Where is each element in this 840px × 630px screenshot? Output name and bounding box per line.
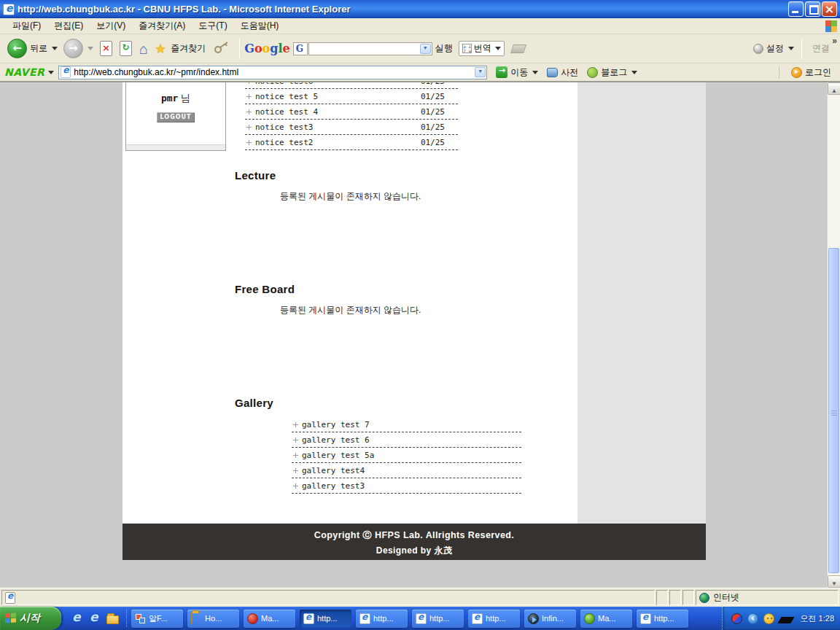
quick-launch-ie-icon[interactable] — [71, 612, 84, 625]
close-button[interactable] — [822, 1, 837, 17]
notice-title[interactable]: notice test2 — [255, 138, 421, 147]
translate-button[interactable]: 번역 — [459, 41, 505, 56]
notice-title[interactable]: notice test6 — [255, 82, 421, 86]
menu-tools[interactable]: 도구(T) — [192, 18, 233, 34]
menu-favorites[interactable]: 즐겨찾기(A) — [132, 18, 192, 34]
member-name: pmr 님 — [126, 92, 225, 105]
back-dropdown-icon[interactable] — [52, 47, 58, 50]
page-footer: Copyright ⓒ HFPS Lab. Allrights Reserved… — [122, 524, 706, 560]
gallery-row[interactable]: gallery test 5a — [292, 448, 521, 463]
notice-row[interactable]: notice test 5 01/25 — [245, 89, 458, 104]
tray-ball-icon[interactable] — [731, 613, 742, 624]
taskbar-button-http-active[interactable]: http... — [300, 610, 351, 628]
url-input[interactable]: http://web.chungbuk.ac.kr/~pmr/index.htm… — [58, 66, 487, 79]
taskbar-button-alftp[interactable]: 알F... — [131, 610, 183, 628]
taskbar-button-label: Infin... — [542, 614, 564, 623]
login-button[interactable]: 로그인 — [787, 66, 836, 79]
gallery-row[interactable]: gallery test 7 — [292, 417, 521, 432]
notice-row[interactable]: notice test3 01/25 — [245, 120, 458, 135]
gallery-title[interactable]: gallery test3 — [302, 481, 521, 491]
search-dropdown-icon[interactable] — [420, 44, 431, 54]
restore-button[interactable] — [805, 1, 820, 17]
google-g-dropdown[interactable] — [293, 42, 308, 55]
minimize-button[interactable] — [788, 1, 804, 17]
blog-label: 블로그 — [601, 66, 627, 79]
bullet-icon — [246, 94, 252, 99]
logout-button[interactable]: LOGOUT — [157, 112, 195, 122]
taskbar-button-label: Ma... — [598, 614, 615, 623]
notice-title[interactable]: notice test3 — [255, 122, 421, 132]
stop-button[interactable] — [100, 41, 112, 56]
taskbar-button-http[interactable]: http... — [637, 610, 688, 628]
gallery-row[interactable]: gallery test4 — [292, 463, 521, 478]
tray-messenger-icon[interactable] — [763, 613, 774, 624]
gallery-title[interactable]: gallery test4 — [302, 466, 521, 475]
refresh-button[interactable] — [120, 41, 132, 56]
notice-row[interactable]: notice test 4 01/25 — [245, 104, 458, 120]
gallery-title[interactable]: gallery test 7 — [302, 420, 521, 429]
naver-logo[interactable]: NAVER — [4, 66, 44, 78]
go-dropdown-icon[interactable] — [532, 71, 538, 74]
tray-clock[interactable]: 오전 1:28 — [798, 613, 834, 624]
login-icon — [791, 67, 802, 78]
notice-title[interactable]: notice test 5 — [255, 92, 421, 101]
blog-dropdown-icon[interactable] — [631, 71, 637, 74]
translate-dropdown-icon[interactable] — [495, 47, 501, 50]
scroll-up-button[interactable] — [828, 82, 840, 95]
notice-date: 01/25 — [421, 92, 458, 101]
notice-title[interactable]: notice test 4 — [255, 107, 421, 117]
vertical-scrollbar[interactable] — [827, 82, 840, 588]
go-button[interactable]: 이동 — [491, 66, 542, 79]
taskbar-button-folder[interactable]: Ho... — [187, 610, 239, 628]
notice-row[interactable]: notice test2 01/25 — [245, 135, 458, 150]
page-favicon — [61, 66, 71, 78]
menu-help[interactable]: 도움말(H) — [234, 18, 286, 34]
dictionary-label: 사전 — [561, 66, 578, 79]
section-title-freeboard: Free Board — [235, 283, 295, 295]
favorites-button[interactable]: ★ 즐겨찾기 — [152, 39, 209, 58]
gallery-title[interactable]: gallery test 6 — [302, 435, 521, 445]
settings-button[interactable]: 설정 — [750, 41, 797, 56]
tray-device-icon[interactable] — [777, 617, 794, 623]
taskbar-button-http[interactable]: http... — [356, 610, 408, 628]
taskbar-button-macromedia[interactable]: Ma... — [244, 610, 295, 628]
tray-hide-icons-chevron[interactable] — [747, 613, 758, 624]
notice-row[interactable]: notice test6 01/25 — [245, 82, 458, 89]
url-dropdown-icon[interactable] — [475, 67, 486, 77]
go-icon — [496, 66, 508, 78]
gallery-row[interactable]: gallery test 6 — [292, 432, 521, 448]
blog-button[interactable]: 블로그 — [583, 66, 642, 79]
menu-file[interactable]: 파일(F) — [6, 18, 47, 34]
taskbar-button-http[interactable]: http... — [468, 610, 520, 628]
google-logo: Google — [244, 42, 289, 55]
taskbar-button-ma-green[interactable]: Ma... — [580, 610, 632, 628]
toolbar-separator — [239, 39, 240, 59]
naver-dropdown-icon[interactable] — [48, 71, 54, 74]
back-button[interactable]: 뒤로 — [4, 37, 61, 60]
key-icon[interactable] — [213, 40, 230, 57]
menu-edit[interactable]: 편집(E) — [47, 18, 90, 34]
gallery-row[interactable]: gallery test3 — [292, 478, 521, 494]
settings-dropdown-icon[interactable] — [788, 47, 794, 50]
bullet-icon — [293, 438, 298, 443]
forward-dropdown-icon — [88, 47, 93, 50]
quick-launch-folder-icon[interactable] — [106, 612, 119, 625]
toolbar-overflow-chevron[interactable]: » — [832, 36, 837, 46]
taskbar-button-label: http... — [429, 614, 450, 623]
scrollbar-thumb[interactable] — [828, 248, 839, 573]
google-run-button[interactable]: 실행 — [432, 41, 456, 56]
home-button[interactable]: ⌂ — [139, 42, 148, 56]
translate-label: 번역 — [474, 42, 491, 55]
gallery-title[interactable]: gallery test 5a — [302, 451, 521, 460]
menu-view[interactable]: 보기(V) — [90, 18, 132, 34]
taskbar-button-http[interactable]: http... — [412, 610, 464, 628]
start-button[interactable]: 시작 — [0, 607, 61, 630]
forward-button[interactable] — [61, 37, 96, 60]
google-search-input[interactable] — [308, 42, 432, 55]
bullet-icon — [246, 109, 252, 114]
quick-launch-ie-icon[interactable] — [89, 612, 101, 625]
member-login-box: pmr 님 LOGOUT — [125, 82, 226, 151]
taskbar-button-infinity[interactable]: Infin... — [524, 610, 576, 628]
dictionary-button[interactable]: 사전 — [542, 66, 583, 79]
scroll-down-button[interactable] — [828, 575, 840, 588]
